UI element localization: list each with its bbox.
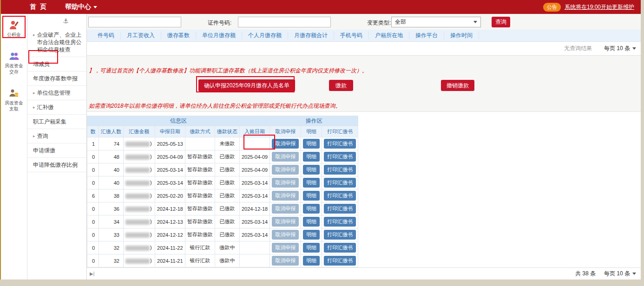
- group-header-actions: 操作区: [270, 116, 358, 126]
- group-header-info: 信息区: [87, 116, 270, 126]
- detail-button[interactable]: 明细: [303, 191, 320, 201]
- maintenance-notice-link[interactable]: 系统将在19:00开始更新维护: [565, 3, 634, 11]
- menu-item[interactable]: ▸单位信息管理: [27, 86, 86, 100]
- menu-item[interactable]: 申请缓缴: [27, 143, 86, 158]
- method-cell: 暂存款缴款: [185, 176, 215, 189]
- detail-button[interactable]: 明细: [303, 230, 320, 240]
- detail-button[interactable]: 明细: [303, 256, 320, 266]
- cancel-declare-button[interactable]: 取消申报: [272, 165, 299, 175]
- cancel-declare-button[interactable]: 取消申报: [272, 204, 299, 214]
- print-remittance-button[interactable]: 打印汇缴书: [324, 217, 356, 227]
- print-remittance-button-cell: 打印汇缴书: [322, 202, 358, 215]
- cancel-declare-button[interactable]: 取消申报: [272, 152, 299, 162]
- rail-item-provident-fund[interactable]: 公积金: [1, 17, 27, 40]
- people-count-cell: 40: [99, 163, 124, 176]
- table-row: 033)2024-12-12暂存款缴款已缴款2025-03-14取消申报明细打印…: [87, 228, 358, 241]
- change-count-cell: 0: [87, 176, 99, 189]
- menu-anchor-row: ⚓: [27, 14, 86, 28]
- print-remittance-button[interactable]: 打印汇缴书: [324, 256, 356, 266]
- method-cell: 暂存款缴款: [185, 202, 215, 215]
- print-remittance-button[interactable]: 打印汇缴书: [324, 139, 356, 149]
- change-type-select[interactable]: 全部: [391, 17, 481, 27]
- cancel-declare-button-cell: 取消申报: [270, 176, 301, 189]
- nav-help-center[interactable]: 帮助中心: [65, 3, 97, 11]
- table-group-header-row: 信息区 操作区: [87, 116, 358, 126]
- page-size-select[interactable]: 每页 10 条: [604, 270, 636, 278]
- table-row: 174)2025-05-13未缴款取消申报明细打印汇缴书: [87, 137, 358, 150]
- cancel-declare-button[interactable]: 取消申报: [272, 139, 299, 149]
- detail-button[interactable]: 明细: [303, 165, 320, 175]
- print-remittance-button-cell: 打印汇缴书: [322, 137, 358, 150]
- print-remittance-button[interactable]: 打印汇缴书: [324, 165, 356, 175]
- entry-date-cell: 2025-03-14: [239, 189, 269, 202]
- people-count-cell: 38: [99, 189, 124, 202]
- detail-button[interactable]: 明细: [303, 139, 320, 149]
- confirm-declare-button[interactable]: 确认申报2025年09月缴存人员名单: [198, 79, 295, 91]
- detail-button[interactable]: 明细: [303, 204, 320, 214]
- print-remittance-button[interactable]: 打印汇缴书: [324, 191, 356, 201]
- cancel-declare-button[interactable]: 取消申报: [272, 243, 299, 253]
- entry-date-cell: 2025-04-09: [239, 163, 269, 176]
- status-cell: 缴款中: [215, 241, 239, 254]
- pay-button[interactable]: 缴款: [329, 80, 353, 91]
- menu-item[interactable]: ▸汇补缴: [27, 100, 86, 115]
- amount-cell: ): [124, 202, 155, 215]
- print-remittance-button[interactable]: 打印汇缴书: [324, 178, 356, 188]
- menu-item[interactable]: 增减员: [27, 57, 86, 72]
- column-header: 明细: [301, 126, 322, 137]
- query-button[interactable]: 查询: [492, 17, 510, 27]
- cancel-declare-button[interactable]: 取消申报: [272, 217, 299, 227]
- cancel-declare-button[interactable]: 取消申报: [272, 230, 299, 240]
- menu-item-label: 单位信息管理: [37, 89, 71, 97]
- amount-cell: ): [124, 163, 155, 176]
- menu-item[interactable]: 职工户籍采集: [27, 115, 86, 129]
- first-filter-input[interactable]: [88, 17, 181, 27]
- entry-date-cell: 2025-03-14: [239, 176, 269, 189]
- result-column-header: 件号码: [92, 32, 121, 39]
- cancel-pay-button[interactable]: 撤销缴款: [441, 80, 474, 91]
- rail-item-housing-withdraw[interactable]: 房改资金支取: [1, 85, 27, 115]
- person-edit-icon: [8, 20, 20, 31]
- menu-item[interactable]: ▸企业破产、企业上市合法合规住房公积金信息核查: [27, 28, 86, 57]
- declare-date-cell: 2025-03-14: [155, 176, 185, 189]
- print-remittance-button[interactable]: 打印汇缴书: [324, 243, 356, 253]
- detail-button[interactable]: 明细: [303, 217, 320, 227]
- change-count-cell: 0: [87, 215, 99, 228]
- print-remittance-button[interactable]: 打印汇缴书: [324, 152, 356, 162]
- chevron-down-icon: [632, 273, 636, 275]
- print-remittance-button[interactable]: 打印汇缴书: [324, 230, 356, 240]
- table-row: 036)2024-12-18暂存款缴款已缴款2024-12-18取消申报明细打印…: [87, 202, 358, 215]
- redacted-amount: [125, 233, 150, 238]
- pager-last-icon[interactable]: ▶|: [90, 271, 94, 276]
- cancel-declare-button-cell: 取消申报: [270, 163, 301, 176]
- menu-item-label: 申请降低缴存比例: [33, 161, 78, 169]
- detail-button[interactable]: 明细: [303, 152, 320, 162]
- cancel-declare-button[interactable]: 取消申报: [272, 191, 299, 201]
- people-count-cell: 48: [99, 150, 124, 163]
- announcement-badge[interactable]: 公告: [543, 3, 561, 12]
- print-remittance-button-cell: 打印汇缴书: [322, 228, 358, 241]
- column-header: 汇缴人数: [99, 126, 124, 137]
- redacted-amount: [125, 259, 150, 264]
- app-window: 首 页 帮助中心 公告 系统将在19:00开始更新维护 公积金 房改资金交存 房…: [0, 0, 644, 286]
- status-cell: 已缴款: [215, 202, 239, 215]
- anchor-icon[interactable]: ⚓: [63, 17, 69, 25]
- nav-home[interactable]: 首 页: [30, 3, 47, 11]
- menu-item[interactable]: 申请降低缴存比例: [27, 158, 86, 172]
- print-remittance-button[interactable]: 打印汇缴书: [324, 204, 356, 214]
- detail-button[interactable]: 明细: [303, 243, 320, 253]
- declare-date-cell: 2025-04-09: [155, 150, 185, 163]
- detail-button-cell: 明细: [301, 254, 322, 267]
- rail-item-housing-deposit[interactable]: 房改资金交存: [1, 48, 27, 78]
- menu-item[interactable]: ▸查询: [27, 129, 86, 143]
- detail-button[interactable]: 明细: [303, 178, 320, 188]
- menu-item[interactable]: 年度缴存基数申报: [27, 72, 86, 86]
- redacted-amount: [125, 194, 150, 199]
- entry-date-cell: 2024-12-18: [239, 202, 269, 215]
- page-size-select[interactable]: 每页 10 条: [604, 45, 636, 52]
- status-cell: 已缴款: [215, 150, 239, 163]
- cancel-declare-button[interactable]: 取消申报: [272, 256, 299, 266]
- print-remittance-button-cell: 打印汇缴书: [322, 163, 358, 176]
- cert-number-input[interactable]: [238, 17, 331, 27]
- cancel-declare-button[interactable]: 取消申报: [272, 178, 299, 188]
